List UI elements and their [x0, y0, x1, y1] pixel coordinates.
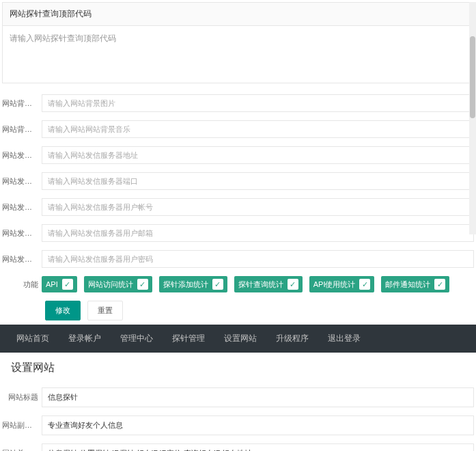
mail-user-input[interactable]	[42, 198, 474, 216]
navbar: 网站首页 登录帐户 管理中心 探针管理 设置网站 升级程序 退出登录	[0, 325, 476, 353]
feature-tag-api[interactable]: API✓	[42, 276, 77, 292]
mail-port-input[interactable]	[42, 172, 474, 190]
nav-settings[interactable]: 设置网站	[214, 325, 266, 353]
submit-button[interactable]: 修改	[45, 301, 81, 320]
bg-music-input[interactable]	[42, 120, 474, 138]
mail-server-input[interactable]	[42, 146, 474, 164]
nav-logout[interactable]: 退出登录	[318, 325, 370, 353]
features-label: 功能	[2, 279, 42, 290]
page-title: 设置网站	[0, 353, 476, 383]
bg-image-input[interactable]	[42, 94, 474, 112]
feature-tag-mail-notify[interactable]: 邮件通知统计✓	[381, 276, 449, 292]
nav-home[interactable]: 网站首页	[7, 325, 59, 353]
feature-tag-api-use[interactable]: API使用统计✓	[309, 276, 375, 292]
mail-pass-label: 网站发信...	[2, 254, 42, 264]
mail-mailbox-input[interactable]	[42, 224, 474, 242]
mail-server-label: 网站发信...	[2, 150, 42, 161]
site-title-label: 网站标题	[2, 392, 42, 402]
bg-image-label: 网站背景...	[2, 98, 42, 109]
probe-query-header-title: 网站探针查询顶部代码	[3, 3, 473, 26]
scrollbar[interactable]	[469, 2, 476, 234]
reset-button[interactable]: 重置	[87, 301, 123, 320]
site-title-value[interactable]: 信息探针	[42, 387, 474, 407]
check-icon: ✓	[212, 279, 223, 290]
mail-port-label: 网站发信...	[2, 176, 42, 187]
check-icon: ✓	[359, 279, 370, 290]
bg-music-label: 网站背景...	[2, 124, 42, 135]
site-subtitle-label: 网站副标题	[2, 420, 42, 430]
nav-login[interactable]: 登录帐户	[59, 325, 111, 353]
mail-user-label: 网站发信...	[2, 202, 42, 213]
check-icon: ✓	[62, 279, 73, 290]
check-icon: ✓	[288, 279, 298, 290]
check-icon: ✓	[434, 279, 445, 290]
site-keywords-label: 网站关键词	[2, 448, 42, 451]
feature-tag-probe-add[interactable]: 探针添加统计✓	[159, 276, 227, 292]
mail-pass-input[interactable]	[42, 250, 474, 268]
nav-upgrade[interactable]: 升级程序	[266, 325, 318, 353]
feature-tag-probe-query[interactable]: 探针查询统计✓	[234, 276, 303, 292]
feature-tag-visit[interactable]: 网站访问统计✓	[84, 276, 152, 292]
scrollbar-thumb[interactable]	[470, 36, 475, 118]
probe-query-header-textarea[interactable]	[10, 33, 466, 74]
check-icon: ✓	[137, 279, 148, 290]
site-subtitle-value[interactable]: 专业查询好友个人信息	[42, 415, 474, 435]
mail-mailbox-label: 网站发信...	[2, 228, 42, 238]
nav-admin[interactable]: 管理中心	[111, 325, 163, 353]
nav-probe[interactable]: 探针管理	[163, 325, 214, 353]
site-keywords-value[interactable]: 信息探针,位置探针,IP探针,好友IP,IP定位,查询好友IP,好友地址	[42, 443, 474, 451]
